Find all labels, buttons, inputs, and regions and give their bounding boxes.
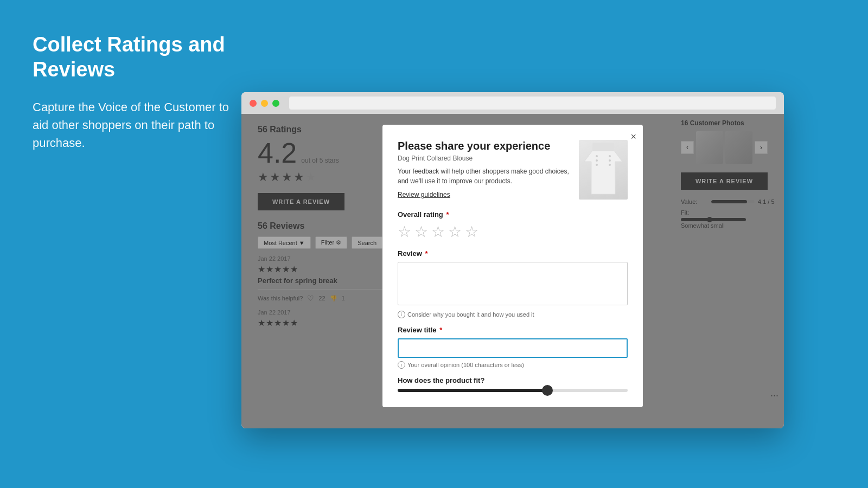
star-input-2[interactable]: ☆ [414,223,428,241]
modal-header: Please share your experience Dog Print C… [398,140,628,200]
modal-overlay: × Please share your experience Dog Print… [241,114,784,428]
review-label: Review * [398,249,628,258]
svg-point-4 [609,155,611,157]
star-input-5[interactable]: ☆ [465,223,478,241]
svg-point-3 [596,164,598,166]
review-textarea[interactable] [398,262,628,305]
page-subtitle: Capture the Voice of the Customer to aid… [33,98,239,152]
product-fit-label: How does the product fit? [398,376,628,384]
page-content: 56 Ratings 4.2 out of 5 stars ★ ★ ★ ★ ★ … [241,114,784,428]
fit-slider-track[interactable] [398,389,628,392]
fit-slider-thumb[interactable] [542,385,553,396]
overall-rating-label: Overall rating * [398,210,628,219]
modal-title: Please share your experience [398,140,570,152]
info-icon: i [398,311,405,318]
product-fit-section: How does the product fit? [398,376,628,392]
svg-point-2 [596,159,598,162]
svg-point-6 [609,164,611,166]
required-marker-3: * [438,326,443,334]
review-modal: × Please share your experience Dog Print… [382,125,643,407]
review-title-label: Review title * [398,326,628,334]
minimize-dot[interactable] [261,100,268,107]
info-icon-2: i [398,361,405,369]
left-panel: Collect Ratings and Reviews Capture the … [33,33,239,152]
star-input-3[interactable]: ☆ [431,223,445,241]
product-image [579,140,628,200]
url-bar[interactable] [289,97,776,110]
overall-rating-section: Overall rating * ☆ ☆ ☆ ☆ ☆ [398,210,628,241]
star-input-4[interactable]: ☆ [448,223,462,241]
review-title-hint: i Your overall opinion (100 characters o… [398,361,628,369]
review-text-section: Review * i Consider why you bought it an… [398,249,628,318]
required-marker-2: * [423,249,428,258]
svg-rect-0 [592,143,614,151]
svg-point-1 [596,155,598,157]
fit-slider-fill [398,389,547,392]
review-guidelines-link[interactable]: Review guidelines [398,191,450,198]
product-image-svg [582,143,625,197]
star-input-1[interactable]: ☆ [398,223,411,241]
required-marker: * [444,210,449,219]
close-dot[interactable] [250,100,257,107]
browser-bar [241,92,784,114]
review-hint: i Consider why you bought it and how you… [398,311,628,318]
browser-window: 56 Ratings 4.2 out of 5 stars ★ ★ ★ ★ ★ … [241,92,784,428]
maximize-dot[interactable] [272,100,279,107]
review-title-input[interactable] [398,338,628,358]
review-title-section: Review title * i Your overall opinion (1… [398,326,628,369]
modal-description: Your feedback will help other shoppers m… [398,166,570,186]
modal-product-name: Dog Print Collared Blouse [398,155,570,162]
svg-point-5 [609,159,611,162]
star-rating-input[interactable]: ☆ ☆ ☆ ☆ ☆ [398,223,628,241]
modal-close-button[interactable]: × [630,131,636,143]
page-title: Collect Ratings and Reviews [33,33,239,82]
modal-title-block: Please share your experience Dog Print C… [398,140,570,200]
